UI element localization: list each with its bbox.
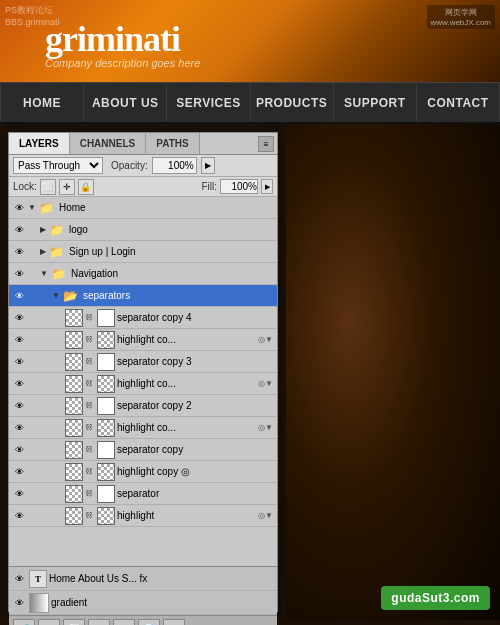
layer-highlight-copy3[interactable]: 👁 ⛓ highlight co... ◎ ▼ (9, 373, 277, 395)
delete-button[interactable]: 🗑 (163, 619, 185, 626)
layer-name: separator copy 3 (117, 356, 275, 367)
layers-panel: LAYERS CHANNELS PATHS ≡ Pass Through Opa… (8, 132, 278, 612)
layer-logo[interactable]: 👁 ▶ 📁 logo (9, 219, 277, 241)
nav-contact[interactable]: CONTACT (417, 83, 500, 122)
chain-icon: ⛓ (85, 467, 95, 476)
chain-icon: ⛓ (85, 335, 95, 344)
layers-list[interactable]: 👁 ▼ 📁 Home 👁 ▶ 📁 logo 👁 ▶ 📁 Sign up | Lo… (9, 197, 277, 567)
link-button[interactable]: 🔗 (13, 619, 35, 626)
eye-icon[interactable]: 👁 (11, 200, 27, 216)
eye-icon[interactable]: 👁 (11, 508, 27, 524)
layer-thumbnail (65, 419, 83, 437)
opacity-input[interactable] (152, 157, 197, 174)
layer-text-row[interactable]: 👁 T Home About Us S... fx (9, 567, 277, 591)
layer-name: separators (83, 290, 275, 301)
fill-input[interactable] (220, 179, 258, 194)
adjustment-button[interactable]: ◑ (88, 619, 110, 626)
opacity-arrow[interactable]: ▶ (201, 157, 215, 174)
eye-icon[interactable]: 👁 (11, 310, 27, 326)
layer-name: Sign up | Login (69, 246, 275, 257)
layer-highlight-copy[interactable]: 👁 ⛓ highlight copy ◎ (9, 461, 277, 483)
layer-highlight[interactable]: 👁 ⛓ highlight ◎ ▼ (9, 505, 277, 527)
fx-icon: ◎ (258, 423, 265, 432)
folder-icon: 📁 (49, 223, 67, 237)
nav-services[interactable]: SERVICES (167, 83, 250, 122)
layer-highlight-copy4[interactable]: 👁 ⛓ highlight co... ◎ ▼ (9, 329, 277, 351)
nav-about[interactable]: ABOUT US (84, 83, 167, 122)
panel-menu-button[interactable]: ≡ (258, 136, 274, 152)
eye-icon[interactable]: 👁 (11, 244, 27, 260)
eye-icon[interactable]: 👁 (11, 571, 27, 587)
layer-sep-copy[interactable]: 👁 ⛓ separator copy (9, 439, 277, 461)
fx-button[interactable]: fx (38, 619, 60, 626)
lock-row: Lock: ⬜ ✛ 🔒 Fill: ▶ (9, 177, 277, 197)
layer-signup[interactable]: 👁 ▶ 📁 Sign up | Login (9, 241, 277, 263)
mask-button[interactable]: ⬜ (63, 619, 85, 626)
eye-icon[interactable]: 👁 (11, 595, 27, 611)
layer-name: highlight (117, 510, 256, 521)
folder-icon: 📁 (39, 201, 57, 215)
fx-icon: ◎ (258, 379, 265, 388)
layer-mask-thumbnail (97, 419, 115, 437)
watermark-badge: gudaSut3.com (381, 586, 490, 610)
nav-home[interactable]: HOME (0, 83, 84, 122)
lock-all-button[interactable]: 🔒 (78, 179, 94, 195)
folder-icon: 📁 (51, 267, 69, 281)
eye-icon[interactable]: 👁 (11, 266, 27, 282)
layer-mask-thumbnail (97, 485, 115, 503)
opacity-label: Opacity: (111, 160, 148, 171)
blend-mode-select[interactable]: Pass Through (13, 157, 103, 174)
tab-layers[interactable]: LAYERS (9, 133, 70, 154)
eye-icon[interactable]: 👁 (11, 398, 27, 414)
watermark-left: PS教程论坛 BBS.griminati (5, 5, 60, 28)
layer-mask-thumbnail (97, 397, 115, 415)
expand-arrow[interactable]: ▼ (52, 291, 60, 300)
eye-icon[interactable]: 👁 (11, 222, 27, 238)
layer-expand-arrow[interactable]: ▼ (265, 423, 273, 432)
eye-icon[interactable]: 👁 (11, 332, 27, 348)
layer-separators[interactable]: 👁 ▼ 📂 separators (9, 285, 277, 307)
expand-arrow[interactable]: ▼ (40, 269, 48, 278)
panel-toolbar: 🔗 fx ⬜ ◑ 📁 📄 🗑 (9, 615, 277, 625)
eye-icon[interactable]: 👁 (11, 442, 27, 458)
layer-sep-copy3[interactable]: 👁 ⛓ separator copy 3 (9, 351, 277, 373)
eye-icon[interactable]: 👁 (11, 464, 27, 480)
nav-support[interactable]: SUPPORT (334, 83, 417, 122)
nav-products[interactable]: PRODUCTS (251, 83, 334, 122)
layer-mask-thumbnail (97, 463, 115, 481)
expand-arrow[interactable]: ▶ (40, 225, 46, 234)
fill-arrow[interactable]: ▶ (261, 179, 273, 194)
layer-sep[interactable]: 👁 ⛓ separator (9, 483, 277, 505)
eye-icon[interactable]: 👁 (11, 354, 27, 370)
tab-channels[interactable]: CHANNELS (70, 133, 147, 154)
new-layer-button[interactable]: 📄 (138, 619, 160, 626)
layer-thumbnail (65, 507, 83, 525)
expand-arrow[interactable]: ▶ (40, 247, 46, 256)
eye-icon[interactable]: 👁 (11, 288, 27, 304)
chain-icon: ⛓ (85, 379, 95, 388)
main-content: LAYERS CHANNELS PATHS ≡ Pass Through Opa… (0, 124, 500, 620)
layer-sep-copy2[interactable]: 👁 ⛓ separator copy 2 (9, 395, 277, 417)
layer-expand-arrow[interactable]: ▼ (265, 511, 273, 520)
layer-thumbnail (65, 309, 83, 327)
layer-home[interactable]: 👁 ▼ 📁 Home (9, 197, 277, 219)
eye-icon[interactable]: 👁 (11, 486, 27, 502)
layer-navigation[interactable]: 👁 ▼ 📁 Navigation (9, 263, 277, 285)
layer-name: Home (59, 202, 275, 213)
layer-highlight-copy2[interactable]: 👁 ⛓ highlight co... ◎ ▼ (9, 417, 277, 439)
chain-icon: ⛓ (85, 357, 95, 366)
folder-button[interactable]: 📁 (113, 619, 135, 626)
layer-expand-arrow[interactable]: ▼ (265, 379, 273, 388)
layer-mask-thumbnail (97, 375, 115, 393)
layer-thumbnail (65, 397, 83, 415)
lock-position-button[interactable]: ✛ (59, 179, 75, 195)
lock-pixels-button[interactable]: ⬜ (40, 179, 56, 195)
layer-expand-arrow[interactable]: ▼ (265, 335, 273, 344)
tab-paths[interactable]: PATHS (146, 133, 199, 154)
layer-sep-copy4[interactable]: 👁 ⛓ separator copy 4 (9, 307, 277, 329)
eye-icon[interactable]: 👁 (11, 376, 27, 392)
layer-gradient[interactable]: 👁 gradient (9, 591, 277, 615)
layer-name: separator copy 2 (117, 400, 275, 411)
eye-icon[interactable]: 👁 (11, 420, 27, 436)
expand-arrow[interactable]: ▼ (28, 203, 36, 212)
